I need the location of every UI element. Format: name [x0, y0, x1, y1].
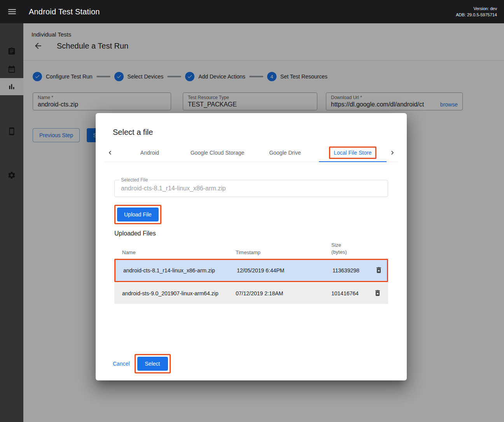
top-app-bar: Android Test Station Version: dev ADB: 2… [0, 0, 504, 23]
adb-version-text: ADB: 29.0.5-5975714 [456, 12, 497, 18]
selected-file-value: android-cts-8.1_r14-linux_x86-arm.zip [115, 180, 388, 197]
app-title: Android Test Station [29, 7, 100, 16]
chevron-right-icon[interactable] [387, 144, 398, 162]
delete-file-icon[interactable] [373, 288, 383, 298]
version-info: Version: dev ADB: 29.0.5-5975714 [456, 5, 497, 18]
bar-chart-icon [7, 82, 16, 91]
column-header-size: Size (bytes) [331, 242, 369, 255]
table-row-selected[interactable]: android-cts-8.1_r14-linux_x86-arm.zip 12… [116, 260, 387, 281]
file-timestamp: 07/12/2019 2:18AM [236, 290, 331, 296]
tab-label: Android [140, 150, 159, 156]
sidebar [0, 23, 23, 422]
annotation-highlight-box: Select [135, 354, 171, 373]
tabs: Android Google Cloud Storage Google Driv… [116, 144, 387, 162]
file-size: 113639298 [332, 267, 370, 274]
tab-label: Google Drive [269, 150, 301, 156]
table-header-row: Name Timestamp Size (bytes) [114, 242, 388, 258]
sidebar-item-devices[interactable] [0, 123, 23, 140]
dialog-footer: Cancel Select [113, 354, 171, 373]
sidebar-item-test-results[interactable] [0, 78, 23, 95]
sidebar-item-schedule[interactable] [0, 61, 23, 78]
sidebar-item-settings[interactable] [0, 167, 23, 184]
calendar-icon [7, 65, 16, 73]
tab-android[interactable]: Android [116, 144, 184, 162]
tab-google-cloud-storage[interactable]: Google Cloud Storage [184, 144, 251, 162]
annotation-highlight-box: Local File Store [329, 146, 376, 159]
test-plans-icon [7, 47, 16, 56]
sidebar-item-test-plans[interactable] [0, 43, 23, 60]
dialog-body: Selected File android-cts-8.1_r14-linux_… [96, 180, 407, 304]
menu-icon[interactable] [7, 7, 17, 17]
select-file-dialog: Select a file Android Google Cloud Stora… [96, 113, 407, 380]
gear-icon [7, 171, 16, 180]
uploaded-files-title: Uploaded Files [114, 230, 388, 237]
tab-google-drive[interactable]: Google Drive [251, 144, 319, 162]
screen: Android Test Station Version: dev ADB: 2… [0, 0, 504, 422]
column-header-timestamp: Timestamp [236, 249, 331, 255]
dialog-title: Select a file [96, 113, 407, 137]
delete-file-icon[interactable] [374, 265, 384, 276]
column-header-name: Name [122, 249, 236, 255]
tab-label: Google Cloud Storage [191, 150, 245, 156]
annotation-highlight-box: android-cts-8.1_r14-linux_x86-arm.zip 12… [114, 259, 388, 282]
file-size: 101416764 [331, 290, 369, 296]
cancel-button[interactable]: Cancel [113, 361, 130, 367]
tab-bar: Android Google Cloud Storage Google Driv… [104, 144, 398, 162]
selected-file-label: Selected File [119, 177, 149, 183]
uploaded-files-table: Name Timestamp Size (bytes) android-cts-… [114, 242, 388, 304]
annotation-highlight-box: Upload File [114, 205, 161, 224]
tab-label: Local File Store [334, 150, 371, 156]
table-row[interactable]: android-sts-9.0_201907-linux-arm64.zip 0… [114, 283, 388, 304]
version-text: Version: dev [456, 5, 497, 12]
chevron-left-icon[interactable] [104, 144, 116, 162]
file-name: android-sts-9.0_201907-linux-arm64.zip [122, 290, 236, 296]
select-button[interactable]: Select [137, 357, 168, 371]
tab-local-file-store[interactable]: Local File Store [319, 144, 387, 162]
upload-file-button[interactable]: Upload File [117, 208, 159, 221]
smartphone-icon [7, 127, 16, 136]
selected-file-field[interactable]: Selected File android-cts-8.1_r14-linux_… [114, 180, 388, 197]
file-name: android-cts-8.1_r14-linux_x86-arm.zip [123, 267, 237, 274]
file-timestamp: 12/05/2019 6:44PM [237, 267, 332, 274]
